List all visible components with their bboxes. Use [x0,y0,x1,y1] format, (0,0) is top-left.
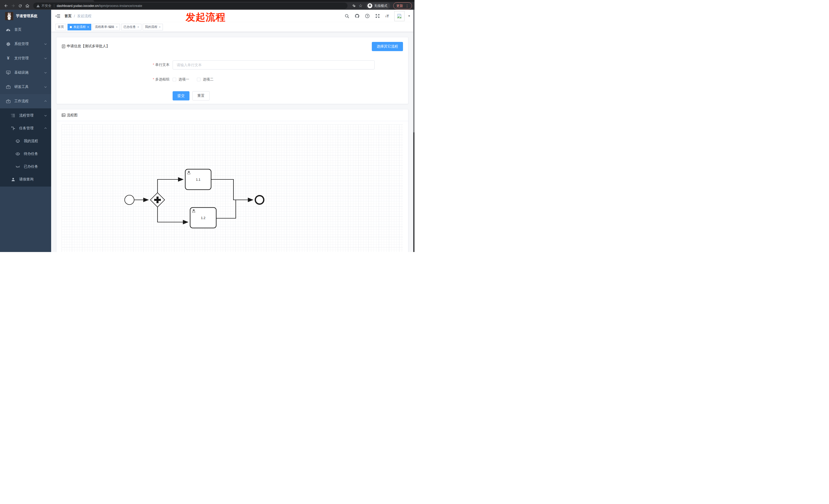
apply-info-card: 申请信息【测试多审批人】 选择其它流程 *单行文本 *多选框组 选项一 [56,37,408,104]
window-scrollbar[interactable] [413,10,414,252]
home-icon[interactable] [24,3,31,9]
sidebar-item-label: 请假查询 [19,177,34,182]
field-label-checkbox-group: *多选框组 [62,77,173,82]
url-bar[interactable]: 不安全 dashboard.yudao.iocoder.cn/bpm/proce… [33,3,348,9]
bpmn-canvas[interactable]: 1.1 1.2 [62,124,403,252]
bpmn-end-event[interactable] [255,196,264,204]
forward-icon[interactable] [10,3,16,9]
back-icon[interactable] [3,3,9,9]
active-tab-dot [70,26,72,28]
choose-other-process-button[interactable]: 选择其它流程 [372,42,403,51]
chevron-down-icon [44,114,47,117]
sidebar-item-payment[interactable]: ¥ 支付管理 [0,51,51,66]
app-logo[interactable]: 芋道管理系统 [0,10,51,23]
incognito-label: 无痕模式 [374,4,387,8]
chevron-down-icon [44,71,47,74]
sidebar-collapse-icon[interactable] [55,14,60,18]
reset-button[interactable]: 重置 [192,91,210,101]
font-size-icon[interactable]: тT [385,14,389,18]
sidebar-item-process-mgmt[interactable]: 流程管理 [0,109,51,122]
image-icon [62,113,66,117]
reload-icon[interactable] [17,3,24,9]
bpmn-start-event[interactable] [125,195,134,205]
chevron-down-icon [44,85,47,88]
sidebar-item-infra[interactable]: 基础设施 [0,66,51,80]
tab-my-process[interactable]: 我的流程 × [143,24,163,30]
broken-image-icon [397,13,402,19]
sidebar-item-my-process[interactable]: 我的流程 [0,135,51,148]
incognito-badge: 无痕模式 [366,2,390,9]
sidebar-item-devtools[interactable]: 研发工具 [0,80,51,94]
update-button[interactable]: 更新 ⋮ [393,2,412,9]
sidebar-item-home[interactable]: 首页 [0,23,51,37]
sidebar-item-label: 我的流程 [24,139,38,143]
search-icon[interactable] [345,14,349,18]
chevron-down-icon [44,57,47,60]
app-header: 首页 / 发起流程 тT [51,10,414,22]
single-line-text-input[interactable] [173,60,374,70]
sidebar-item-label: 待办任务 [24,152,38,156]
close-icon[interactable]: × [87,25,89,29]
browser-menu-icon[interactable]: ⋮ [405,4,409,8]
user-icon [10,178,16,182]
url-host: dashboard.yudao.iocoder.cn [57,4,99,8]
sidebar-item-label: 基础设施 [14,70,29,75]
github-icon[interactable] [355,13,360,18]
security-label: 不安全 [41,4,51,8]
tab-home[interactable]: 首页 [56,24,66,30]
submit-button[interactable]: 提交 [173,91,189,101]
eye-closed-icon [15,165,21,168]
bpmn-user-task-1-2[interactable]: 1.2 [190,207,216,228]
task-label: 1.1 [196,178,200,182]
checkbox-icon[interactable] [173,78,176,81]
sidebar-item-task-mgmt[interactable]: 任务管理 [0,122,51,135]
required-mark: * [153,77,154,81]
sidebar-item-workflow[interactable]: 工作流程 [0,94,51,108]
tab-done-tasks[interactable]: 已办任务 × [121,24,141,30]
browser-chrome: 不安全 dashboard.yudao.iocoder.cn/bpm/proce… [0,0,414,10]
document-icon [62,44,66,48]
task-label: 1.2 [201,216,205,220]
avatar-caret-icon[interactable]: ▼ [408,14,410,17]
tab-form-edit[interactable]: 流程表单-编辑 × [93,24,120,30]
process-diagram-card: 流程图 [56,109,408,252]
chevron-up-icon [44,100,47,103]
chevron-down-icon [44,42,47,45]
checkbox-option-1[interactable]: 选项一 [173,77,189,82]
close-icon[interactable]: × [159,25,160,29]
diagram-body: 1.1 1.2 [57,121,408,252]
breadcrumb-separator: / [74,14,75,18]
close-icon[interactable]: × [116,25,118,29]
tab-label: 发起流程 [73,25,86,29]
breadcrumb-home[interactable]: 首页 [65,14,72,18]
sidebar-item-leave-query[interactable]: 请假查询 [0,173,51,186]
breadcrumb-current: 发起流程 [77,14,92,18]
sidebar-item-system[interactable]: 系统管理 [0,37,51,51]
yen-icon: ¥ [5,56,11,61]
card-title: 流程图 [57,109,408,121]
bpmn-parallel-gateway[interactable] [150,193,165,207]
sidebar-item-todo-tasks[interactable]: 待办任务 [0,148,51,160]
card-title: 申请信息【测试多审批人】 [62,42,110,48]
page-title: 发起流程 [186,11,225,24]
eye-open-icon [15,152,21,155]
bookmark-star-icon[interactable]: ☆ [357,3,364,9]
bpmn-user-task-1-1[interactable]: 1.1 [185,169,211,190]
briefcase-icon [5,85,11,89]
gear-icon [5,42,11,46]
scrollbar-thumb[interactable] [413,10,414,132]
checkbox-icon[interactable] [197,78,201,81]
checkbox-option-2[interactable]: 选项二 [197,77,214,82]
avatar[interactable] [394,11,404,21]
security-status[interactable]: 不安全 [36,4,51,8]
tab-label: 流程表单-编辑 [95,25,114,29]
close-icon[interactable]: × [137,25,139,29]
monitor-icon [5,71,11,75]
sidebar-item-label: 任务管理 [19,126,34,130]
password-key-icon[interactable] [350,3,357,9]
help-icon[interactable] [365,13,370,18]
sidebar-item-label: 工作流程 [14,99,29,104]
fullscreen-icon[interactable] [375,13,380,18]
sidebar-item-done-tasks[interactable]: 已办任务 [0,160,51,173]
tab-start-process[interactable]: 发起流程 × [68,24,91,30]
